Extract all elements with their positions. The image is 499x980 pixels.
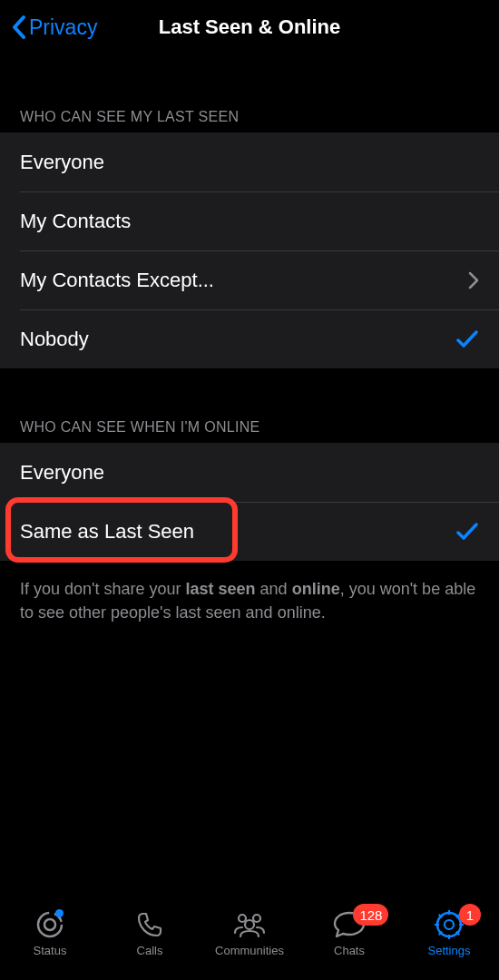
tab-label: Status	[34, 944, 67, 957]
online-options: Everyone Same as Last Seen	[0, 443, 499, 561]
tab-label: Communities	[215, 944, 284, 957]
option-label: Everyone	[20, 461, 479, 485]
svg-point-2	[239, 915, 246, 922]
tab-settings[interactable]: 1 Settings	[399, 907, 499, 957]
communities-icon	[230, 907, 269, 942]
tab-label: Settings	[428, 944, 471, 957]
tab-calls[interactable]: Calls	[100, 907, 200, 957]
checkmark-icon	[455, 329, 479, 349]
tab-status[interactable]: Status	[0, 907, 100, 957]
svg-point-6	[445, 920, 454, 929]
chevron-left-icon	[11, 15, 27, 40]
svg-point-4	[245, 920, 254, 929]
phone-icon	[134, 907, 165, 942]
tab-label: Chats	[334, 944, 365, 957]
status-icon	[34, 907, 65, 942]
section-header-lastseen: WHO CAN SEE MY LAST SEEN	[0, 109, 499, 132]
option-my-contacts-except[interactable]: My Contacts Except...	[0, 250, 499, 309]
chevron-right-icon	[468, 271, 479, 289]
option-label: My Contacts Except...	[20, 269, 468, 292]
navigation-bar: Privacy Last Seen & Online	[0, 0, 499, 54]
option-label: My Contacts	[20, 210, 479, 233]
option-everyone-online[interactable]: Everyone	[0, 443, 499, 502]
lastseen-options: Everyone My Contacts My Contacts Except.…	[0, 132, 499, 368]
tab-label: Calls	[137, 944, 163, 957]
tab-chats[interactable]: 128 Chats	[299, 907, 399, 957]
back-button[interactable]: Privacy	[9, 15, 97, 40]
status-dot-icon	[55, 909, 64, 917]
chats-badge: 128	[353, 904, 388, 926]
tab-bar: Status Calls Communities 1	[0, 902, 499, 980]
section-footer: If you don't share your last seen and on…	[0, 561, 499, 624]
option-label: Everyone	[20, 151, 479, 174]
svg-point-1	[44, 919, 55, 930]
option-same-as-last-seen[interactable]: Same as Last Seen	[0, 502, 499, 561]
tab-communities[interactable]: Communities	[200, 907, 299, 957]
section-header-online: WHO CAN SEE WHEN I'M ONLINE	[0, 419, 499, 443]
option-my-contacts[interactable]: My Contacts	[0, 191, 499, 250]
option-label: Same as Last Seen	[20, 520, 455, 544]
back-label: Privacy	[29, 15, 97, 40]
option-label: Nobody	[20, 328, 455, 351]
svg-point-3	[253, 915, 260, 922]
settings-badge: 1	[459, 904, 481, 926]
checkmark-icon	[455, 522, 479, 542]
option-everyone[interactable]: Everyone	[0, 132, 499, 191]
option-nobody[interactable]: Nobody	[0, 309, 499, 368]
